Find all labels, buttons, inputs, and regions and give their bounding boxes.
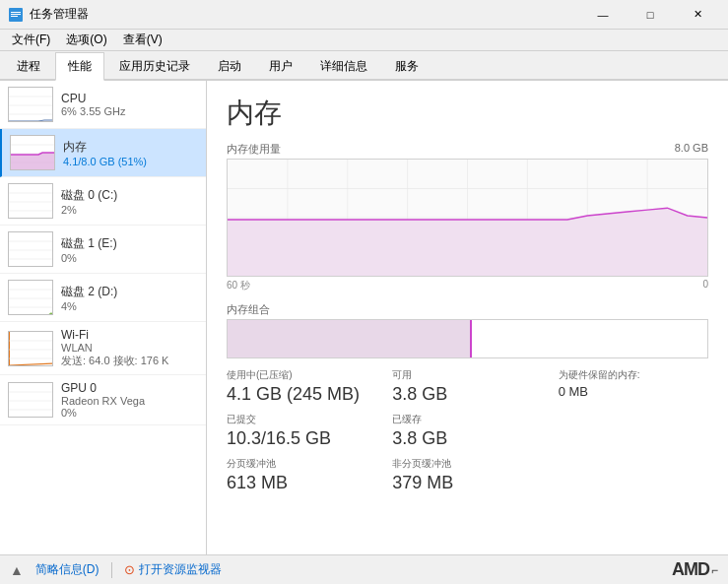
svg-rect-1 xyxy=(11,12,21,13)
svg-rect-31 xyxy=(9,383,53,418)
memory-graph xyxy=(227,159,708,277)
stat-committed: 已提交 10.3/16.5 GB xyxy=(227,413,376,449)
up-arrow-icon[interactable]: ▲ xyxy=(10,562,24,578)
bottom-bar: ▲ 简略信息(D) ⊙ 打开资源监视器 AMD ⌐ xyxy=(0,554,728,584)
graph-time: 60 秒 0 xyxy=(227,279,708,292)
stat-nonpaged-pool-value: 379 MB xyxy=(392,473,542,493)
tab-performance[interactable]: 性能 xyxy=(55,52,104,81)
svg-rect-3 xyxy=(11,16,18,17)
disk2-title: 磁盘 2 (D:) xyxy=(61,284,198,300)
memory-thumb xyxy=(10,135,55,170)
maximize-button[interactable]: □ xyxy=(628,0,673,30)
close-button[interactable]: ✕ xyxy=(675,0,720,30)
disk2-thumb xyxy=(8,280,53,315)
sidebar-item-gpu[interactable]: GPU 0 Radeon RX Vega 0% xyxy=(0,375,206,425)
sidebar: CPU 6% 3.55 GHz 内存 4.1/8.0 GB (51%) xyxy=(0,81,207,554)
menu-view[interactable]: 查看(V) xyxy=(115,30,170,50)
cpu-sub: 6% 3.55 GHz xyxy=(61,105,198,117)
stat-in-use: 使用中(已压缩) 4.1 GB (245 MB) xyxy=(227,368,376,405)
disk1-info: 磁盘 1 (E:) 0% xyxy=(61,235,198,264)
graph-max: 8.0 GB xyxy=(675,142,708,157)
svg-rect-26 xyxy=(9,332,53,366)
wifi-sub1: WLAN xyxy=(61,342,198,354)
gpu-thumb xyxy=(8,382,53,418)
right-panel: 内存 内存使用量 8.0 GB xyxy=(207,81,728,554)
cpu-info: CPU 6% 3.55 GHz xyxy=(61,92,198,117)
wifi-sub2: 发送: 64.0 接收: 176 K xyxy=(61,354,198,368)
comp-free xyxy=(472,320,707,357)
tab-users[interactable]: 用户 xyxy=(256,52,305,81)
stat-available-value: 3.8 GB xyxy=(392,384,542,405)
svg-rect-18 xyxy=(9,232,53,267)
gpu-title: GPU 0 xyxy=(61,381,198,395)
disk0-title: 磁盘 0 (C:) xyxy=(61,187,198,204)
tab-app-history[interactable]: 应用历史记录 xyxy=(106,52,203,81)
graph-time-right: 0 xyxy=(702,279,708,292)
summary-link[interactable]: 简略信息(D) xyxy=(35,561,99,578)
stat-empty xyxy=(559,413,708,449)
disk2-sub: 4% xyxy=(61,300,198,312)
svg-rect-2 xyxy=(11,14,21,15)
svg-rect-22 xyxy=(9,281,53,315)
stat-committed-value: 10.3/16.5 GB xyxy=(227,428,376,449)
disk2-info: 磁盘 2 (D:) 4% xyxy=(61,284,198,312)
disk0-sub: 2% xyxy=(61,204,198,216)
stat-paged-pool-label: 分页缓冲池 xyxy=(227,457,376,471)
stat-paged-pool: 分页缓冲池 613 MB xyxy=(227,457,376,493)
stat-hw-reserved-label: 为硬件保留的内存: xyxy=(559,368,708,382)
stat-paged-pool-value: 613 MB xyxy=(227,473,376,493)
stat-in-use-value: 4.1 GB (245 MB) xyxy=(227,384,376,405)
gpu-sub2: 0% xyxy=(61,407,198,419)
amd-logo: AMD ⌐ xyxy=(672,559,718,580)
composition-label: 内存组合 xyxy=(227,302,708,317)
stat-committed-label: 已提交 xyxy=(227,413,376,426)
svg-rect-27 xyxy=(9,332,10,366)
amd-text: AMD xyxy=(672,559,709,580)
graph-label: 内存使用量 xyxy=(227,142,281,157)
wifi-info: Wi-Fi WLAN 发送: 64.0 接收: 176 K xyxy=(61,328,198,368)
gpu-sub1: Radeon RX Vega xyxy=(61,395,198,407)
sidebar-item-disk1[interactable]: 磁盘 1 (E:) 0% xyxy=(0,226,206,274)
cpu-thumb xyxy=(8,87,53,122)
stat-hw-reserved: 为硬件保留的内存: 0 MB xyxy=(559,368,708,405)
comp-used xyxy=(228,320,472,357)
wifi-thumb xyxy=(8,331,53,366)
monitor-label: 打开资源监视器 xyxy=(139,561,222,578)
disk1-thumb xyxy=(8,231,53,267)
menu-file[interactable]: 文件(F) xyxy=(4,30,58,50)
monitor-link[interactable]: ⊙ 打开资源监视器 xyxy=(124,561,222,578)
stat-cached-value: 3.8 GB xyxy=(392,428,542,449)
graph-header: 内存使用量 8.0 GB xyxy=(227,142,708,157)
sidebar-item-disk2[interactable]: 磁盘 2 (D:) 4% xyxy=(0,274,206,322)
main-content: CPU 6% 3.55 GHz 内存 4.1/8.0 GB (51%) xyxy=(0,81,728,554)
menu-options[interactable]: 选项(O) xyxy=(58,30,114,50)
sidebar-item-cpu[interactable]: CPU 6% 3.55 GHz xyxy=(0,81,206,129)
summary-label: 简略信息(D) xyxy=(35,561,99,578)
cpu-title: CPU xyxy=(61,92,198,105)
memory-info: 内存 4.1/8.0 GB (51%) xyxy=(63,139,198,167)
stat-available-label: 可用 xyxy=(392,368,542,382)
disk0-thumb xyxy=(8,183,53,219)
stat-available: 可用 3.8 GB xyxy=(392,368,542,405)
app-icon xyxy=(8,7,24,23)
menu-bar: 文件(F) 选项(O) 查看(V) xyxy=(0,30,728,51)
tab-process[interactable]: 进程 xyxy=(4,52,53,81)
tab-details[interactable]: 详细信息 xyxy=(307,52,380,81)
tab-startup[interactable]: 启动 xyxy=(205,52,254,81)
window-controls: — □ ✕ xyxy=(580,0,720,30)
composition-section: 内存组合 xyxy=(227,302,708,358)
wifi-title: Wi-Fi xyxy=(61,328,198,342)
stat-cached: 已缓存 3.8 GB xyxy=(392,413,542,449)
stats-grid: 使用中(已压缩) 4.1 GB (245 MB) 可用 3.8 GB 为硬件保留… xyxy=(227,368,708,493)
stat-nonpaged-pool-label: 非分页缓冲池 xyxy=(392,457,542,471)
monitor-icon: ⊙ xyxy=(124,562,135,577)
stat-hw-reserved-value: 0 MB xyxy=(559,384,708,399)
sidebar-item-disk0[interactable]: 磁盘 0 (C:) 2% xyxy=(0,177,206,226)
disk0-info: 磁盘 0 (C:) 2% xyxy=(61,187,198,216)
sidebar-item-memory[interactable]: 内存 4.1/8.0 GB (51%) xyxy=(0,129,206,177)
sidebar-item-wifi[interactable]: Wi-Fi WLAN 发送: 64.0 接收: 176 K xyxy=(0,322,206,375)
stat-in-use-label: 使用中(已压缩) xyxy=(227,368,376,382)
tab-services[interactable]: 服务 xyxy=(382,52,431,81)
tab-bar: 进程 性能 应用历史记录 启动 用户 详细信息 服务 xyxy=(0,51,728,81)
minimize-button[interactable]: — xyxy=(580,0,626,30)
